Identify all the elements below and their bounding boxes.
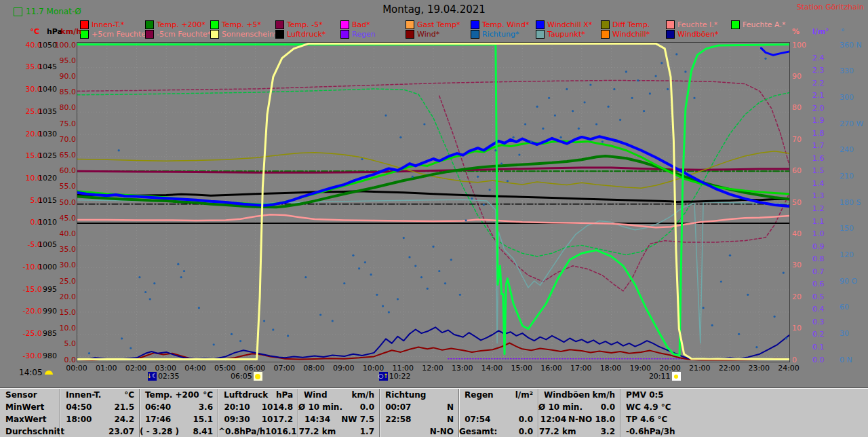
- legend-item-windchill-x-[interactable]: Windchill X*: [536, 20, 592, 29]
- panel-unit: km/h: [340, 390, 379, 400]
- cell-time: 14:34: [298, 415, 336, 424]
- legend-item-bad-[interactable]: Bad*: [340, 20, 370, 29]
- series-richtung-linie-: [761, 48, 789, 55]
- legend-label: Bad*: [352, 20, 370, 29]
- direction-dot: [703, 307, 705, 309]
- panel-unit: l/m²: [500, 390, 538, 400]
- cell-value: 15.1: [176, 415, 218, 424]
- axis-tick: 60: [840, 303, 867, 311]
- direction-dot: [548, 97, 550, 99]
- legend-item-sonnenschein-[interactable]: Sonnenschein*: [210, 30, 277, 39]
- cell-value: 21.5: [98, 402, 140, 412]
- legend-item-temp-wind-[interactable]: Temp. Wind*: [471, 20, 529, 29]
- direction-dot: [332, 320, 334, 322]
- legend-item-temp-+200-[interactable]: Temp. +200*: [145, 20, 205, 29]
- direction-dot: [755, 346, 757, 348]
- table-row: ( - 3.28 )8.41: [140, 425, 218, 437]
- axis-tick: 0 N: [840, 356, 867, 364]
- axis-unit-label: l/m²: [812, 27, 830, 36]
- legend-item-wind-[interactable]: Wind*: [406, 30, 439, 39]
- legend-item-windchill-[interactable]: Windchill*: [601, 30, 650, 39]
- legend-item-gast-temp-[interactable]: Gast Temp*: [406, 20, 460, 29]
- time-tick: 00:00: [66, 364, 87, 373]
- direction-dot: [608, 106, 610, 108]
- cell-value: -0.6hPa/3h: [620, 427, 868, 436]
- cell-value: 0.0: [496, 415, 538, 424]
- cell-time: 77.2 km: [538, 427, 577, 436]
- cell-value: 1014.8: [256, 402, 298, 412]
- axis-tick: 90.0: [52, 73, 76, 80]
- legend-swatch: [145, 30, 154, 39]
- axis-tick: 1020: [34, 174, 57, 182]
- station-name: Station Göritzhain: [797, 3, 864, 12]
- axis-tick: 60.0: [52, 167, 76, 174]
- axis-tick: 80: [792, 104, 808, 111]
- direction-dot: [566, 88, 568, 90]
- direction-dot: [560, 136, 562, 138]
- table-panel-temp-+200: Temp. +200°C06:403.617:4615.1( - 3.28 )8…: [139, 389, 218, 437]
- time-tick: 24:00: [778, 364, 800, 373]
- legend-item-taupunkt-[interactable]: Taupunkt*: [536, 30, 585, 39]
- cell-time: ( - 3.28 ): [140, 427, 179, 436]
- panel-title: Innen-T.: [60, 390, 102, 400]
- axis-tick: 90: [792, 73, 808, 80]
- direction-dot: [483, 204, 485, 206]
- cell-value: 1017.2: [256, 415, 298, 424]
- legend-item-feuchte-i-[interactable]: Feuchte I.*: [666, 20, 717, 29]
- chart-plot-area[interactable]: [77, 42, 790, 362]
- axis-tick: 1.1: [812, 218, 830, 225]
- table-panel-richtung: Richtung00:07N22:58NN-NO: [379, 389, 458, 437]
- axis-tick: 1.0: [812, 230, 830, 238]
- axis-tick: 85.0: [52, 88, 76, 96]
- axis-tick: 0.5: [812, 293, 830, 301]
- legend-item-windb-en-[interactable]: Windböen*: [666, 30, 719, 39]
- axis-unit-label: °C: [16, 27, 39, 36]
- legend-item-innen-t-[interactable]: Innen-T.*: [80, 20, 124, 29]
- direction-dot: [711, 324, 713, 326]
- direction-dot: [720, 280, 722, 282]
- direction-dot: [388, 311, 390, 314]
- row-header: MaxWert: [0, 413, 60, 425]
- legend-item-luftdruck-[interactable]: Luftdruck*: [275, 30, 326, 39]
- legend-item--5cm-feuchte-[interactable]: -5cm Feuchte*: [145, 30, 211, 39]
- direction-dot: [500, 162, 502, 164]
- cell-time: 18:00: [60, 415, 98, 424]
- legend-item-temp-5-[interactable]: Temp. -5*: [275, 20, 323, 29]
- cell-value: N: [417, 402, 459, 412]
- axis-tick: 50.0: [52, 199, 76, 206]
- legend-item-feuchte-a-[interactable]: Feuchte A.*: [731, 20, 785, 29]
- legend-item-diff-temp-[interactable]: Diff Temp.: [601, 20, 650, 29]
- axis-tick: 1.7: [812, 142, 830, 149]
- table-row: 77.2 km1.7: [298, 425, 379, 437]
- axis-tick: 20.0: [52, 293, 76, 301]
- legend-item-richtung-[interactable]: Richtung*: [471, 30, 519, 39]
- legend-swatch: [601, 20, 610, 29]
- checkbox-icon[interactable]: [14, 7, 22, 16]
- legend-swatch: [340, 20, 349, 29]
- legend-item-temp-+5-[interactable]: Temp. +5*: [210, 20, 261, 29]
- direction-dot: [637, 79, 639, 81]
- legend-label: Windchill*: [612, 30, 650, 39]
- legend-label: +5cm Feuchte*: [92, 30, 150, 39]
- cell-time: 12:04: [538, 415, 568, 424]
- axis-unit-label: km/h: [57, 27, 81, 36]
- axis-tick: 330: [840, 67, 867, 75]
- direction-dot: [489, 189, 491, 191]
- cell-value: N-NO 18.0: [568, 415, 620, 424]
- direction-dot: [213, 343, 215, 345]
- axis-tick: 0.6: [812, 280, 830, 288]
- direction-dot: [518, 154, 520, 156]
- axis-tick: 0.3: [812, 318, 830, 326]
- legend-item-+5cm-feuchte-[interactable]: +5cm Feuchte*: [80, 30, 150, 39]
- axis-tick: 25.0: [52, 278, 76, 285]
- axis-tick: 70: [792, 136, 808, 143]
- cell-value: 3.2: [577, 427, 620, 436]
- direction-dot: [180, 276, 182, 278]
- table-row: 00:07N: [380, 401, 458, 413]
- direction-dot: [364, 261, 366, 263]
- table-row: 12:04N-NO 18.0: [538, 413, 620, 425]
- time-tick: 01:00: [96, 364, 117, 373]
- legend-item-regen[interactable]: Regen: [340, 30, 376, 39]
- monthly-average-checkbox[interactable]: 11.7 Monat-Ø: [14, 7, 81, 16]
- axis-tick: 1.4: [812, 180, 830, 187]
